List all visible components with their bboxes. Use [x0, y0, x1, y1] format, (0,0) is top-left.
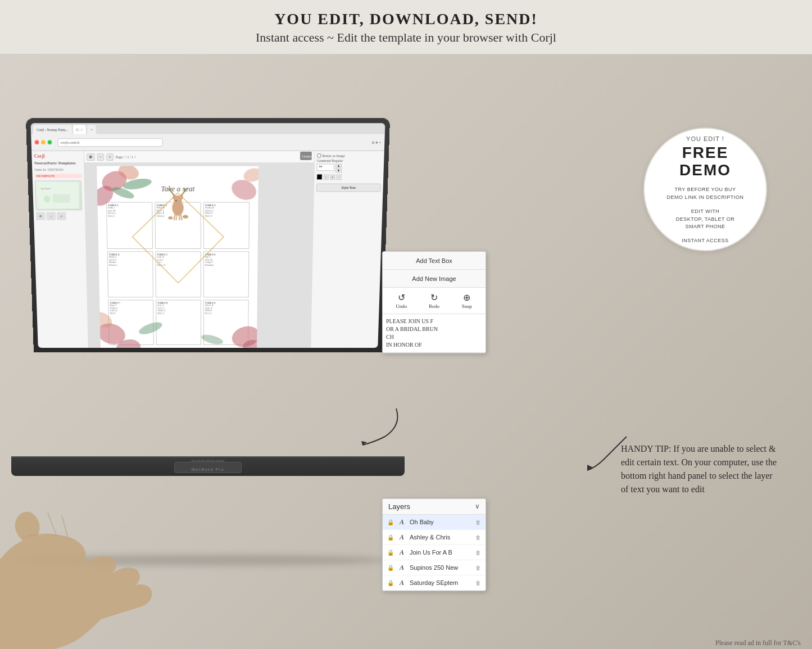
badge-instant-access: INSTANT ACCESS [682, 238, 729, 243]
corjl-right-panel: Resize as Image Goumond Regular 16r ▲ ▼ [310, 151, 384, 348]
svg-line-31 [174, 214, 175, 220]
arrow-curve-1 [357, 403, 402, 448]
add-new-image-button[interactable]: Add New Image [383, 270, 486, 288]
floating-panel: Add Text Box Add New Image ↺ Undo ↻ Redo… [382, 251, 486, 353]
layer-delete-icon-2[interactable]: 🗑 [475, 534, 481, 541]
floating-panel-icons: ↺ Undo ↻ Redo ⊕ Snap [383, 288, 486, 314]
browser-nav: ⊕ ★ ≡ [371, 140, 381, 144]
layer-delete-icon-5[interactable]: 🗑 [475, 580, 481, 586]
layer-lock-icon-4: 🔒 [387, 565, 394, 571]
font-size-input[interactable]: 16r [317, 164, 334, 171]
svg-line-33 [179, 214, 180, 220]
svg-line-28 [182, 190, 185, 195]
layer-item-join-us[interactable]: 🔒 A Join Us For A B 🗑 [383, 545, 486, 560]
order-id: Order Id: 1509758194 [34, 168, 81, 171]
action-icon-3[interactable]: ✓ [57, 212, 66, 220]
svg-point-19 [138, 320, 164, 337]
svg-text:Orders: Orders [302, 154, 312, 158]
layers-chevron-icon[interactable]: ∨ [475, 502, 480, 511]
font-size-up[interactable]: ▲ [335, 164, 342, 167]
svg-point-37 [168, 216, 173, 219]
resize-checkbox[interactable] [317, 153, 321, 158]
style-text-button[interactable]: Style Text [316, 184, 381, 192]
action-icon-2[interactable]: ↓ [46, 212, 56, 220]
disclaimer-text: Please read ad in full for T&C's [715, 639, 801, 647]
url-bar[interactable]: corjl.com/d [57, 138, 163, 147]
top-banner: YOU EDIT, DOWNLOAD, SEND! Instant access… [0, 0, 812, 55]
svg-line-27 [170, 188, 171, 190]
layer-item-oh-baby[interactable]: 🔒 A Oh Baby 🗑 [383, 515, 486, 530]
maximize-button-dot[interactable] [48, 140, 52, 144]
layer-text-type-icon-2: A [397, 533, 406, 542]
svg-line-32 [176, 214, 177, 220]
browser-tab-1[interactable]: Corjl - Nooray Party... [33, 125, 72, 134]
free-demo-badge: YOU EDIT ! FREE DEMO TRY BEFORE YOU BUY … [643, 128, 767, 251]
sidebar-action-icons: ⟳ ↓ ✓ [36, 212, 83, 220]
redo-icon: ↻ [428, 292, 440, 302]
browser-chrome: corjl.com/d ⊕ ★ ≡ [31, 134, 385, 151]
sidebar-title: NoorayParty Templates [34, 161, 81, 166]
align-center[interactable]: ≡ [324, 174, 329, 180]
handy-tip-text: HANDY TIP: If you are unable to select &… [621, 442, 778, 496]
seating-chart-canvas: Take a seat TABLE 1 Smith, JJones, MBrow… [96, 166, 259, 348]
layers-panel: Layers ∨ 🔒 A Oh Baby 🗑 🔒 A Ashley & Chri… [382, 498, 486, 591]
layer-text-type-icon-4: A [397, 563, 406, 572]
font-size-row: 16r ▲ ▼ [317, 164, 382, 173]
orders-icon[interactable]: Orders [300, 151, 312, 162]
color-row: ≡ B ↕ [316, 174, 381, 180]
line-height[interactable]: ↕ [337, 174, 342, 180]
svg-line-38 [48, 512, 56, 535]
close-button-dot[interactable] [35, 140, 39, 144]
svg-point-35 [175, 200, 176, 201]
badge-try-before: TRY BEFORE YOU BUY DEMO LINK IN DESCRIPT… [666, 186, 743, 201]
layer-name-saturday: Saturday SEptem [410, 579, 472, 586]
layer-item-ashley-chris[interactable]: 🔒 A Ashley & Chris 🗑 [383, 530, 486, 545]
resize-as-image-label: Resize as Image [317, 153, 382, 158]
seating-chart-content: Take a seat TABLE 1 Smith, JJones, MBrow… [97, 166, 258, 348]
layer-name-ashley-chris: Ashley & Chris [410, 534, 472, 541]
svg-line-29 [185, 188, 188, 190]
laptop-keyboard-base [11, 456, 405, 476]
layer-item-saturday[interactable]: 🔒 A Saturday SEptem 🗑 [383, 575, 486, 591]
banner-headline: YOU EDIT, DOWNLOAD, SEND! [0, 10, 812, 28]
format-bold[interactable]: B [330, 174, 335, 180]
badge-edit-with-label: EDIT WITH DESKTOP, TABLET OR SMART PHONE [676, 208, 735, 231]
redo-control[interactable]: ↻ Redo [428, 292, 440, 309]
layer-item-supinos[interactable]: 🔒 A Supinos 250 New 🗑 [383, 560, 486, 575]
svg-line-30 [184, 188, 185, 190]
browser-tab-3[interactable]: + [87, 125, 96, 134]
sidebar-thumbnail: best Item 1 [35, 180, 82, 210]
page-indicator: Page: < 1 / 1 > [116, 155, 137, 158]
svg-rect-3 [53, 194, 70, 203]
add-text-box-button[interactable]: Add Text Box [383, 252, 486, 270]
layer-delete-icon-3[interactable]: 🗑 [475, 550, 481, 556]
minimize-button-dot[interactable] [41, 140, 46, 144]
zoom-out[interactable]: − [97, 153, 105, 161]
color-swatch[interactable] [316, 174, 323, 180]
laptop-screen-bezel: Corjl - Nooray Party... C : / + corjl.co… [31, 123, 385, 348]
layers-title: Layers [388, 502, 410, 511]
snap-control[interactable]: ⊕ Snap [461, 292, 473, 309]
corjl-brand: Corjl [34, 153, 44, 159]
browser-tab-2[interactable]: C : / [72, 125, 86, 134]
zoom-fit[interactable]: ⊕ [87, 153, 95, 161]
svg-line-26 [168, 188, 170, 190]
corjl-toolbar: ⊕ − + Page: < 1 / 1 > Orders [84, 151, 314, 163]
layer-name-supinos: Supinos 250 New [410, 564, 472, 571]
floating-panel-text-content[interactable]: PLEASE JOIN US F OR A BRIDAL BRUN CH IN … [383, 314, 486, 353]
action-icon-1[interactable]: ⟳ [36, 212, 46, 220]
layer-text-type-icon-5: A [397, 578, 406, 587]
banner-subtext: Instant access ~ Edit the template in yo… [0, 30, 812, 45]
layer-delete-icon-1[interactable]: 🗑 [475, 519, 481, 525]
layer-lock-icon-5: 🔒 [387, 580, 394, 586]
order-status: INCOMPLETE [35, 174, 82, 178]
svg-point-23 [173, 195, 176, 199]
layers-header[interactable]: Layers ∨ [383, 499, 486, 515]
zoom-in[interactable]: + [106, 153, 114, 161]
corjl-canvas: ⊕ − + Page: < 1 / 1 > Orders [84, 151, 314, 348]
corjl-sidebar: Corjl NoorayParty Templates Order Id: 15… [31, 151, 89, 348]
font-size-down[interactable]: ▼ [335, 169, 342, 173]
layer-delete-icon-4[interactable]: 🗑 [475, 565, 481, 571]
undo-control[interactable]: ↺ Undo [395, 292, 407, 309]
svg-line-34 [181, 214, 182, 220]
